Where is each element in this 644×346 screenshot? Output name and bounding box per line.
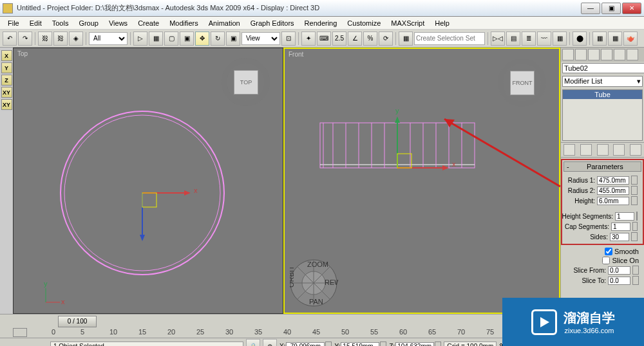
smooth-checkbox[interactable] <box>605 248 612 255</box>
menu-views[interactable]: Views <box>104 18 133 28</box>
menu-rendering[interactable]: Rendering <box>299 18 343 28</box>
radius1-spinner[interactable] <box>631 176 638 185</box>
layer-button[interactable]: ≣ <box>522 32 536 46</box>
percent-snap-button[interactable]: % <box>363 32 377 46</box>
heightsegs-input[interactable] <box>615 212 634 221</box>
axis-xy2-button[interactable]: XY <box>1 99 12 110</box>
modify-tab[interactable] <box>575 49 587 60</box>
viewport-top[interactable]: Top x x y TOP <box>13 48 283 314</box>
height-input[interactable] <box>597 197 629 205</box>
menu-edit[interactable]: Edit <box>24 18 47 28</box>
select-rotate-button[interactable]: ↻ <box>211 32 225 46</box>
sliceto-spinner[interactable] <box>632 276 639 285</box>
motion-tab[interactable] <box>601 49 612 60</box>
object-name-input[interactable] <box>562 63 644 73</box>
pin-stack-button[interactable] <box>564 144 575 156</box>
sides-spinner[interactable] <box>631 232 638 241</box>
undo-button[interactable]: ↶ <box>3 32 17 46</box>
axis-y-button[interactable]: Y <box>1 62 12 73</box>
manipulate-button[interactable]: ✦ <box>301 32 316 46</box>
capsegs-spinner[interactable] <box>632 222 638 231</box>
bind-button[interactable]: ◈ <box>69 32 83 46</box>
axis-z-button[interactable]: Z <box>1 75 12 86</box>
ref-coord-system[interactable]: View <box>242 32 280 45</box>
spinner-snap-button[interactable]: ⟳ <box>379 32 393 46</box>
steering-wheel[interactable]: ZOOM PAN ORBIT REWIND <box>290 259 338 307</box>
coord-x-input[interactable] <box>286 342 325 347</box>
redo-button[interactable]: ↷ <box>18 32 32 46</box>
minimize-button[interactable]: — <box>581 3 600 14</box>
unique-button[interactable] <box>597 144 609 156</box>
sliceto-input[interactable] <box>608 277 630 285</box>
radius1-input[interactable] <box>597 176 629 185</box>
abs-rel-button[interactable]: ⊕ <box>263 339 277 346</box>
select-scale-button[interactable]: ▣ <box>226 32 240 46</box>
menu-help[interactable]: Help <box>430 18 455 28</box>
slicefrom-spinner[interactable] <box>632 266 639 275</box>
sliceon-checkbox[interactable] <box>602 257 610 264</box>
coord-y-input[interactable] <box>341 342 379 347</box>
menu-modifiers[interactable]: Modifiers <box>164 18 204 28</box>
menu-file[interactable]: File <box>3 18 24 28</box>
slicefrom-input[interactable] <box>608 266 630 275</box>
sides-input[interactable] <box>610 233 629 241</box>
align-button[interactable]: ▤ <box>506 32 520 46</box>
close-button[interactable]: ✕ <box>622 3 641 14</box>
hierarchy-tab[interactable] <box>588 49 600 60</box>
keyboard-button[interactable]: ⌨ <box>317 32 331 46</box>
unlink-button[interactable]: ⛓ <box>53 32 68 46</box>
utilities-tab[interactable] <box>627 49 638 60</box>
use-center-button[interactable]: ⊡ <box>281 32 296 46</box>
viewcube-top[interactable]: TOP <box>222 58 270 106</box>
modifier-stack[interactable]: Tube <box>562 89 643 141</box>
heightsegs-spinner[interactable] <box>636 212 638 221</box>
render-button[interactable]: 🫖 <box>623 32 638 46</box>
menu-group[interactable]: Group <box>73 18 104 28</box>
display-tab[interactable] <box>614 49 625 60</box>
configure-button[interactable] <box>630 144 641 156</box>
snap-button[interactable]: 2.5 <box>332 32 346 46</box>
axis-x-button[interactable]: X <box>1 50 12 61</box>
maximize-button[interactable]: ▣ <box>601 3 621 14</box>
selection-filter[interactable]: All <box>89 32 128 45</box>
mirror-button[interactable]: ▷◁ <box>491 32 505 46</box>
select-button[interactable]: ▷ <box>133 32 147 46</box>
angle-snap-button[interactable]: ∠ <box>348 32 362 46</box>
select-rect-button[interactable]: ▢ <box>164 32 178 46</box>
coord-z-input[interactable] <box>395 342 434 347</box>
select-window-button[interactable]: ▣ <box>180 32 194 46</box>
viewport-front[interactable]: Front y <box>283 48 560 314</box>
menu-tools[interactable]: Tools <box>47 18 74 28</box>
modifier-list-dropdown[interactable]: Modifier List▾ <box>562 76 643 87</box>
show-end-button[interactable] <box>580 144 592 156</box>
time-slider-handle[interactable]: 0 / 100 <box>58 316 97 327</box>
render-frame-button[interactable]: ▦ <box>608 32 622 46</box>
lock-selection-button[interactable]: 🔒 <box>246 339 260 346</box>
menu-create[interactable]: Create <box>133 18 164 28</box>
remove-mod-button[interactable] <box>613 144 625 156</box>
select-move-button[interactable]: ✥ <box>195 32 209 46</box>
stack-item-tube[interactable]: Tube <box>563 90 642 99</box>
select-name-button[interactable]: ▦ <box>149 32 163 46</box>
named-selset-button[interactable]: ▦ <box>399 32 413 46</box>
parameters-rollout-header[interactable]: - Parameters <box>564 161 641 172</box>
link-button[interactable]: ⛓ <box>38 32 52 46</box>
schematic-button[interactable]: ▦ <box>553 32 567 46</box>
menu-animation[interactable]: Animation <box>204 18 245 28</box>
height-spinner[interactable] <box>631 196 638 205</box>
selset-input[interactable] <box>414 32 485 45</box>
radius2-input[interactable] <box>597 187 629 195</box>
radius2-spinner[interactable] <box>631 186 638 195</box>
material-editor-button[interactable]: ⬤ <box>573 32 587 46</box>
create-tab[interactable] <box>562 49 574 60</box>
axis-xy-button[interactable]: XY <box>1 87 12 98</box>
svg-text:x: x <box>61 298 65 305</box>
capsegs-input[interactable] <box>611 223 630 231</box>
menu-maxscript[interactable]: MAXScript <box>386 18 430 28</box>
menu-customize[interactable]: Customize <box>342 18 386 28</box>
menu-grapheditors[interactable]: Graph Editors <box>245 18 299 28</box>
viewcube-front[interactable]: FRONT <box>498 59 546 107</box>
track-bar-toggle[interactable] <box>13 328 27 337</box>
curve-editor-button[interactable]: 〰 <box>537 32 551 46</box>
render-setup-button[interactable]: ▦ <box>592 32 607 46</box>
